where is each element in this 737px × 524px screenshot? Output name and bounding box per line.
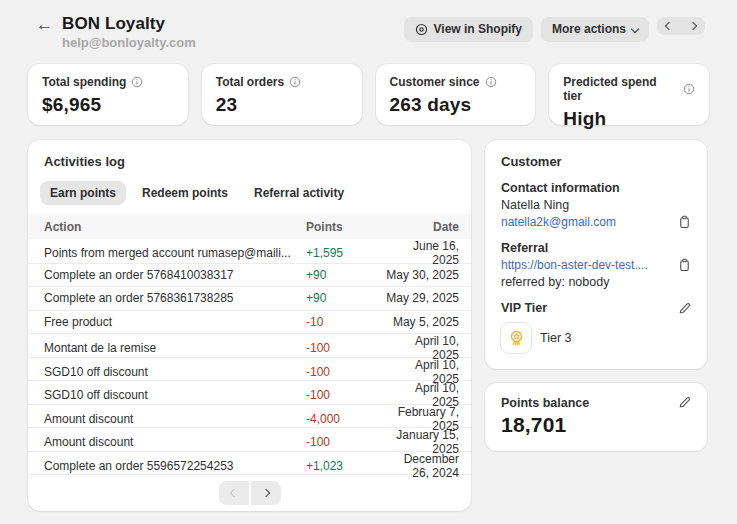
table-row: Points from merged account rumasep@maili… [28,239,471,263]
stat-value: High [563,108,695,130]
chevron-right-icon [261,489,269,497]
stat-card: Customer since 263 days [376,64,536,125]
referral-link[interactable]: https://bon-aster-dev-test.... [501,258,648,272]
row-action: Amount discount [44,435,306,449]
referred-by-text: referred by: nobody [501,275,691,289]
customer-email-subtitle: help@bonloyalty.com [62,35,196,50]
contact-information-heading: Contact information [501,181,691,195]
table-row: SGD10 off discount -100 April 10, 2025 [28,357,471,381]
info-icon[interactable] [131,76,143,88]
table-header-row: Action Points Date [28,214,471,239]
table-row: Complete an order 5768361738285 +90 May … [28,286,471,310]
clipboard-icon [678,258,691,272]
pencil-icon [678,302,691,315]
view-in-shopify-label: View in Shopify [434,23,522,36]
info-icon[interactable] [683,83,695,95]
stat-value: 23 [216,94,348,116]
clipboard-icon [678,215,691,229]
activities-tabs: Earn points Redeem points Referral activ… [28,180,471,214]
chevron-down-icon [631,24,639,32]
view-icon [415,23,428,36]
stat-card: Total orders 23 [202,64,362,125]
row-date: June 16, 2025 [386,239,459,267]
table-body: Points from merged account rumasep@maili… [28,239,471,474]
row-points: +90 [306,291,386,305]
chevron-right-icon [689,22,697,30]
previous-record-button[interactable] [657,17,681,35]
customer-card: Customer Contact information Natella Nin… [485,140,707,369]
table-pagination [28,474,471,511]
stat-label: Customer since [390,75,480,89]
stats-row: Total spending $6,965 Total orders [28,64,709,125]
column-header-points: Points [306,220,386,234]
customer-card-title: Customer [501,154,691,169]
table-row: Complete an order 5596572254253 +1,023 D… [28,451,471,475]
row-points: -100 [306,365,386,379]
tier-name: Tier 3 [540,331,572,345]
row-action: Complete an order 5596572254253 [44,459,306,473]
tier-badge [501,323,531,353]
row-date: December 26, 2024 [386,452,459,480]
row-date: May 29, 2025 [386,291,459,305]
header-actions: View in Shopify More actions [404,17,705,42]
pencil-icon [678,396,691,409]
stat-label: Total spending [42,75,126,89]
chevron-left-icon [229,489,237,497]
page-header: ← BON Loyalty help@bonloyalty.com View i… [28,14,709,50]
back-button[interactable]: ← [36,15,53,35]
vip-tier-section: VIP Tier [501,301,691,353]
more-actions-button[interactable]: More actions [541,17,649,42]
info-icon[interactable] [485,76,497,88]
stat-card: Predicted spend tier High [549,64,709,125]
table-row: Amount discount -4,000 February 7, 2025 [28,404,471,428]
title-block: BON Loyalty help@bonloyalty.com [62,14,196,50]
customer-email-link[interactable]: natella2k@gmail.com [501,215,616,229]
activities-log-title: Activities log [28,140,471,180]
row-points: -100 [306,341,386,355]
stat-label: Total orders [216,75,284,89]
activities-tab[interactable]: Redeem points [132,181,238,205]
row-action: Complete an order 5768410038317 [44,268,306,282]
copy-referral-link-button[interactable] [678,258,691,272]
edit-points-balance-button[interactable] [678,396,691,409]
table-row: Amount discount -100 January 15, 2025 [28,427,471,451]
edit-vip-tier-button[interactable] [678,302,691,315]
row-action: Points from merged account rumasep@maili… [44,246,306,260]
more-actions-label: More actions [552,23,626,36]
pagination-next-button[interactable] [251,481,281,505]
row-action: Amount discount [44,412,306,426]
row-action: Complete an order 5768361738285 [44,291,306,305]
row-action: Free product [44,315,306,329]
info-icon[interactable] [289,76,301,88]
row-action: Montant de la remise [44,341,306,355]
stat-label: Predicted spend tier [563,75,678,103]
pagination-prev-button[interactable] [219,481,249,505]
table-row: SGD10 off discount -100 April 10, 2025 [28,380,471,404]
row-action: SGD10 off discount [44,388,306,402]
row-points: -4,000 [306,412,386,426]
activities-tab[interactable]: Referral activity [244,181,354,205]
row-points: -100 [306,388,386,402]
vip-tier-heading: VIP Tier [501,301,547,315]
chevron-left-icon [665,22,673,30]
referral-section: Referral https://bon-aster-dev-test.... … [501,241,691,289]
customer-name: Natella Ning [501,198,691,212]
vip-tier-row: Tier 3 [501,323,691,353]
copy-email-button[interactable] [678,215,691,229]
row-points: +1,023 [306,459,386,473]
column-header-action: Action [44,220,306,234]
page: ← BON Loyalty help@bonloyalty.com View i… [0,0,737,524]
stat-card: Total spending $6,965 [28,64,188,125]
table-row: Montant de la remise -100 April 10, 2025 [28,333,471,357]
activities-tab[interactable]: Earn points [40,181,126,205]
row-action: SGD10 off discount [44,365,306,379]
view-in-shopify-button[interactable]: View in Shopify [404,17,533,42]
table-row: Free product -10 May 5, 2025 [28,310,471,334]
activities-log-card: Activities log Earn points Redeem points… [28,140,471,511]
next-record-button[interactable] [681,17,705,35]
medal-icon [507,329,526,348]
row-date: May 5, 2025 [386,315,459,329]
row-points: +90 [306,268,386,282]
points-balance-card: Points balance 18,701 [485,383,707,451]
page-title: BON Loyalty [62,14,196,34]
